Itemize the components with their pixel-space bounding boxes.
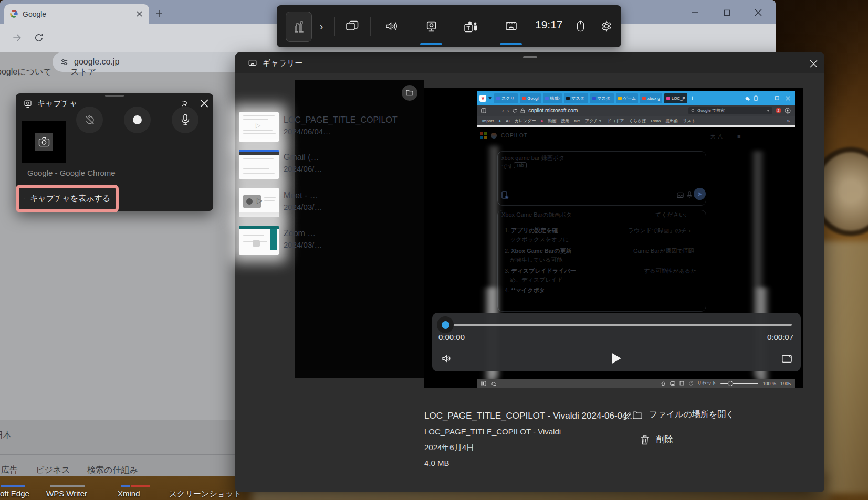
copilot-brand-row: COPILOT — [480, 132, 528, 139]
delete-button[interactable]: 削除 — [641, 434, 673, 445]
gallery-widget-button[interactable] — [497, 13, 525, 40]
desktop-icon-edge-sliver — [1, 485, 25, 487]
copilot-tab-chip: Tab — [514, 162, 527, 168]
gamebar-drag-handle[interactable] — [523, 56, 537, 58]
google-favicon — [9, 9, 18, 18]
footer-link-ads[interactable]: 広告 — [1, 465, 18, 476]
mouse-mode-button[interactable] — [570, 13, 591, 40]
copilot-prompt-line1: xbox game bar 録画ボタ — [501, 154, 564, 162]
seek-thumb[interactable] — [442, 321, 449, 329]
teams-widget-button[interactable] — [457, 13, 485, 40]
volume-icon[interactable] — [438, 350, 454, 366]
desktop-icon-screenshot-sliver — [131, 485, 150, 487]
google-region-label: 日本 — [0, 430, 12, 441]
site-settings-icon[interactable] — [60, 58, 69, 67]
answer-item-4: 4. **マイクボタ — [505, 286, 545, 294]
answer-item-2-cont: が発生している可能 — [510, 256, 562, 264]
reload-icon[interactable] — [30, 29, 47, 46]
gallery-item-1[interactable]: ▷ LOC_PAGE_TITLE_COPILOT 2024/06/04… — [235, 111, 424, 144]
vivaldi-bookmarks-bar: import●AI カレンダー● 動画授業MY アクチュドコドアくらさぼ Rim… — [477, 116, 795, 125]
capture-widget: キャプチャ Google - Google Chrome — [16, 93, 213, 211]
google-about-link[interactable]: oogleについて — [0, 67, 52, 78]
answer-item-2: 2. Xbox Game Barの更新 — [505, 247, 571, 255]
send-button-icon — [694, 188, 706, 200]
gallery-item-2-date: 2024/06/… — [284, 164, 322, 173]
gamebar-toolbar: › — [277, 5, 621, 47]
gallery-item-4[interactable]: Zoom … 2024/03/… — [235, 225, 424, 257]
widget-divider — [16, 184, 213, 184]
gallery-window: ギャラリー ▷ LOC_PAGE_TITLE_COPILOT 2024/06/0… — [235, 52, 824, 492]
gamebar-home-button[interactable] — [286, 12, 312, 42]
desktop-shortcut-wps-writer[interactable]: WPS Writer — [46, 489, 87, 498]
chrome-tab-google[interactable]: Google — [4, 4, 149, 24]
gallery-active-underline — [500, 43, 522, 45]
gallery-item-4-date: 2024/03/… — [284, 240, 322, 249]
desktop-shortcut-edge[interactable]: oft Edge — [0, 489, 29, 498]
google-store-link[interactable]: ストア — [70, 67, 96, 78]
gallery-item-2[interactable]: Gmail (… 2024/06/… — [235, 148, 424, 181]
screenshot-button[interactable] — [35, 133, 53, 151]
open-file-location-button[interactable]: ファイルの場所を開く — [632, 409, 735, 420]
record-last-moment-button[interactable] — [76, 107, 103, 133]
desktop-icon-xmind-sliver — [121, 485, 130, 487]
vivaldi-minimize-icon: — — [764, 95, 769, 101]
capture-widget-close-icon[interactable] — [197, 97, 211, 110]
seek-bar[interactable] — [441, 324, 792, 326]
gamebar-divider — [370, 17, 371, 36]
forward-icon[interactable] — [8, 29, 25, 46]
vivaldi-logo: V — [479, 95, 486, 102]
gamebar-clock: 19:17 — [535, 18, 563, 31]
gallery-item-1-thumbnail[interactable]: ▷ — [239, 112, 279, 142]
play-button[interactable] — [606, 348, 626, 368]
new-tab-button[interactable] — [152, 7, 166, 20]
show-captures-button[interactable]: キャプチャを表示する — [16, 185, 119, 212]
gamebar-settings-button[interactable] — [595, 13, 618, 40]
window-minimize-button[interactable] — [691, 8, 699, 17]
gamebar-expand-chevron[interactable]: › — [315, 19, 328, 34]
vivaldi-tab: マスタ- — [564, 93, 588, 103]
screen: Google — [0, 0, 868, 500]
extension-badge: 2 — [776, 108, 781, 113]
footer-link-business[interactable]: ビジネス — [36, 465, 70, 476]
answer-item-1: 1. アプリの設定を確 — [505, 227, 558, 235]
gallery-item-1-title: LOC_PAGE_TITLE_COPILOT — [284, 115, 398, 125]
window-maximize-button[interactable] — [723, 8, 731, 17]
mic-toggle-button[interactable] — [172, 107, 198, 133]
gallery-item-2-thumbnail[interactable] — [239, 150, 279, 179]
capture-subtitle: LOC_PAGE_TITLE_COPILOT - Vivaldi — [424, 427, 561, 436]
gallery-close-icon[interactable] — [808, 58, 819, 69]
desktop-icon-wps-sliver — [50, 485, 85, 487]
open-captures-folder-button[interactable] — [402, 85, 417, 101]
footer-link-how-search-works[interactable]: 検索の仕組み — [87, 465, 138, 476]
gallery-item-4-thumbnail[interactable] — [239, 226, 279, 255]
tab-title: Google — [23, 10, 134, 18]
widget-menu-button[interactable] — [339, 13, 366, 40]
copilot-logo — [491, 133, 497, 139]
audio-widget-button[interactable] — [378, 13, 405, 40]
widget-drag-handle[interactable] — [105, 95, 124, 97]
url-text: google.co.jp — [74, 57, 119, 67]
capture-widget-button[interactable] — [417, 13, 445, 40]
video-url: copilot.microsoft.com — [528, 108, 578, 113]
attach-file-icon — [501, 191, 509, 199]
capture-title-editable[interactable]: LOC_PAGE_TITLE_COPILOT - Vivaldi 2024-06… — [424, 411, 635, 421]
capture-date: 2024年6月4日 — [424, 443, 474, 453]
answer-item-3-right: する可能性があるた — [644, 267, 697, 275]
gallery-item-1-date: 2024/06/04… — [284, 127, 331, 136]
gallery-item-4-title: Zoom … — [284, 229, 316, 238]
cast-icon[interactable] — [779, 350, 794, 366]
gallery-item-3[interactable]: ▷ Meet - … 2024/03/… — [235, 187, 424, 219]
vivaldi-tab: 構成· — [543, 93, 562, 103]
start-recording-button[interactable] — [124, 107, 151, 133]
teams-icon — [464, 20, 478, 33]
gallery-title: ギャラリー — [263, 58, 302, 68]
desktop-shortcut-xmind[interactable]: Xmind — [118, 489, 140, 498]
window-close-button[interactable] — [754, 8, 762, 17]
mouse-icon — [577, 20, 584, 32]
tab-close-icon[interactable] — [134, 9, 144, 19]
gallery-item-3-thumbnail[interactable]: ▷ — [239, 188, 279, 217]
show-captures-label: キャプチャを表示する — [30, 194, 110, 204]
zoom-slider — [720, 383, 758, 384]
seek-thumb-backdrop — [437, 316, 454, 333]
desktop-shortcut-screenshot[interactable]: スクリーンショット — [169, 489, 242, 499]
